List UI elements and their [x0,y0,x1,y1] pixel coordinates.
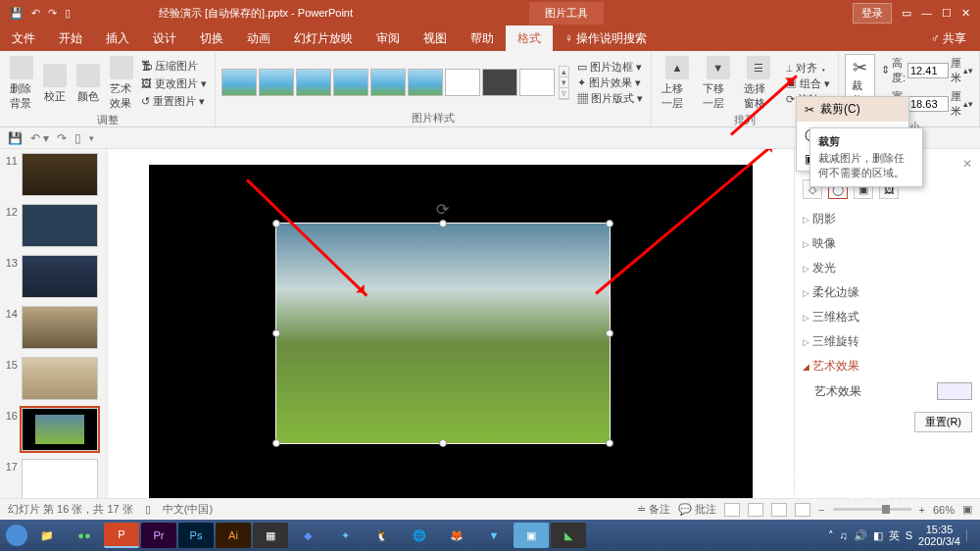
tab-format[interactable]: 格式 [506,25,553,52]
tray-icon[interactable]: S [906,529,912,541]
tb-explorer[interactable]: 📁 [29,523,65,548]
tb-browser[interactable] [6,525,27,546]
resize-handle[interactable] [272,329,280,337]
remove-bg-button[interactable]: 删除背景 [6,54,37,113]
close-icon[interactable]: ✕ [961,7,970,20]
resize-handle[interactable] [606,329,613,337]
tab-design[interactable]: 设计 [141,25,188,52]
normal-view-icon[interactable] [724,503,740,517]
thumbnail-16[interactable] [22,408,98,451]
change-picture-button[interactable]: 🖼 更改图片 ▾ [139,75,209,92]
zoom-in-icon[interactable]: + [919,504,925,516]
tb-illustrator[interactable]: Ai [216,523,251,548]
thumbnail-13[interactable] [22,255,98,298]
compress-button[interactable]: 🗜 压缩图片 [139,58,209,75]
tray-up-icon[interactable]: ˄ [828,529,834,542]
tb-app6[interactable]: ◣ [551,523,586,548]
panel-glow[interactable]: 发光 [803,256,972,280]
undo-icon[interactable]: ↶ ▾ [30,131,49,145]
panel-soft-edges[interactable]: 柔化边缘 [803,280,972,305]
share-button[interactable]: ♂ 共享 [931,30,980,47]
tb-app2[interactable]: ◆ [290,523,325,548]
redo-icon[interactable]: ↷ [57,131,67,145]
show-desktop[interactable] [966,529,974,541]
thumbnail-14[interactable] [22,306,98,349]
zoom-value[interactable]: 66% [933,504,955,516]
tb-photoshop[interactable]: Ps [178,523,214,548]
clock[interactable]: 15:352020/3/4 [918,524,960,547]
gallery-expand[interactable]: ▴▾▿ [559,66,569,100]
panel-3d-format[interactable]: 三维格式 [803,305,972,329]
artistic-button[interactable]: 艺术效果 [106,54,137,113]
panel-3d-rotation[interactable]: 三维旋转 [803,329,972,354]
tb-premiere[interactable]: Pr [141,523,176,548]
bring-forward-button[interactable]: ▲上移一层 [658,54,697,113]
slide-editor[interactable]: ⟳ [108,149,794,520]
resize-handle[interactable] [272,220,280,227]
tray-icon[interactable]: 🔊 [854,529,867,542]
zoom-out-icon[interactable]: − [818,504,824,516]
tb-firefox[interactable]: 🦊 [439,523,474,548]
undo-icon[interactable]: ↶ [31,7,40,20]
language-status[interactable]: 中文(中国) [163,502,213,517]
start-slideshow-icon[interactable]: ▯ [65,7,71,20]
resize-handle[interactable] [606,220,613,227]
tb-chrome[interactable]: 🌐 [402,523,437,548]
thumbnail-17[interactable] [22,459,98,502]
crop-menu-crop[interactable]: ✂裁剪(C) [797,97,908,122]
width-input[interactable] [907,96,949,112]
tray-ime[interactable]: 英 [889,528,900,543]
panel-shadow[interactable]: 阴影 [803,207,972,231]
minimize-icon[interactable]: — [921,7,932,19]
picture-layout-button[interactable]: ▦ 图片版式 ▾ [575,91,645,106]
slide-canvas[interactable]: ⟳ [149,165,753,504]
height-input[interactable] [907,63,949,78]
maximize-icon[interactable]: ☐ [942,7,952,20]
reset-picture-button[interactable]: ↺ 重置图片 ▾ [139,93,209,110]
tab-insert[interactable]: 插入 [94,25,141,52]
picture-border-button[interactable]: ▭ 图片边框 ▾ [575,60,645,75]
tab-review[interactable]: 审阅 [365,25,412,52]
tab-view[interactable]: 视图 [412,25,459,52]
panel-close-icon[interactable]: ✕ [962,157,972,171]
tb-app1[interactable]: ▦ [253,523,288,548]
reset-button[interactable]: 重置(R) [914,412,972,432]
tab-transitions[interactable]: 切换 [188,25,235,52]
resize-handle[interactable] [272,439,280,447]
login-button[interactable]: 登录 [853,3,892,24]
resize-handle[interactable] [439,220,447,227]
tab-file[interactable]: 文件 [0,25,47,52]
resize-handle[interactable] [606,439,613,447]
panel-artistic[interactable]: 艺术效果 [803,354,972,378]
tab-slideshow[interactable]: 幻灯片放映 [282,25,365,52]
tb-app5[interactable]: ▣ [514,523,549,548]
corrections-button[interactable]: 校正 [39,62,71,106]
fit-window-icon[interactable]: ▣ [962,503,972,516]
save-icon[interactable]: 💾 [10,7,24,20]
reading-view-icon[interactable] [771,503,787,517]
picture-effects-button[interactable]: ✦ 图片效果 ▾ [575,75,645,90]
save-icon[interactable]: 💾 [8,131,23,145]
redo-icon[interactable]: ↷ [48,7,57,20]
resize-handle[interactable] [439,439,447,447]
panel-reflection[interactable]: 映像 [803,231,972,256]
tell-me[interactable]: ♀ 操作说明搜索 [564,30,647,47]
tb-powerpoint[interactable]: P [104,523,139,548]
comments-button[interactable]: 💬 批注 [678,502,716,517]
slideshow-view-icon[interactable] [795,503,810,517]
tb-app4[interactable]: ▼ [476,523,512,548]
zoom-slider[interactable] [833,508,911,511]
tray-icon[interactable]: ◧ [873,529,883,542]
thumbnail-11[interactable] [22,153,98,196]
thumbnail-12[interactable] [22,204,98,247]
send-backward-button[interactable]: ▼下移一层 [699,54,738,113]
thumbnail-15[interactable] [22,357,98,400]
tray-icon[interactable]: ♫ [840,529,848,541]
artistic-picker[interactable] [937,382,972,400]
color-button[interactable]: 颜色 [73,62,104,106]
rotate-handle-icon[interactable]: ⟳ [436,200,449,219]
start-slideshow-icon[interactable]: ▯ [74,131,81,145]
sorter-view-icon[interactable] [748,503,763,517]
tab-help[interactable]: 帮助 [459,25,506,52]
tb-app3[interactable]: ✦ [327,523,363,548]
